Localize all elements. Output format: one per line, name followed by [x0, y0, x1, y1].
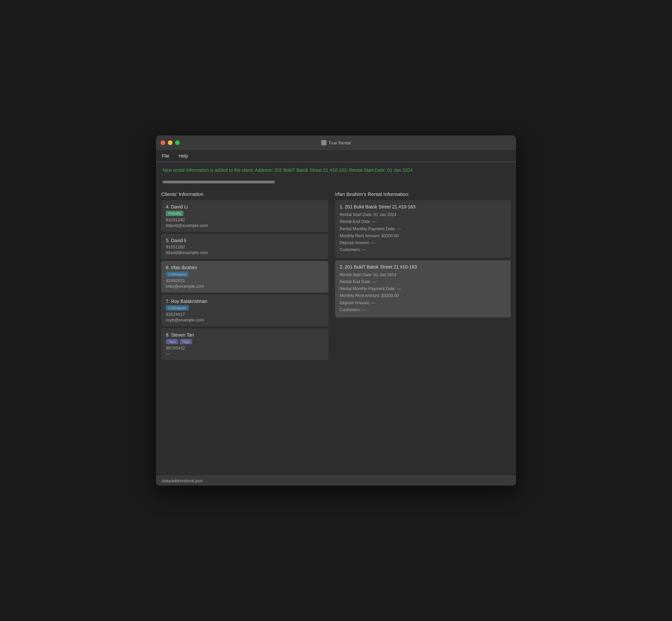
menu-help[interactable]: Help	[177, 152, 190, 160]
client-card-5[interactable]: 5. David li 91031282 lidavid@example.com	[161, 234, 328, 259]
client-phone-8: 98765432	[166, 345, 324, 350]
notification-text: New rental information is added to the c…	[163, 167, 509, 173]
client-email-7: royb@example.com	[166, 318, 324, 322]
rental-customers-2: Customers: —	[340, 306, 506, 314]
tag-colleagues-6: Colleagues	[166, 272, 189, 277]
rental-address-2: 2. 201 BukiT Batok Street 21 #10-163	[340, 264, 506, 270]
rental-payment-date-1: Rental Monthly Payment Date: —	[340, 225, 506, 233]
client-phone-6: 92492021	[166, 278, 324, 283]
rental-list: 1. 201 Bukit Batok Street 21 #10-163 Ren…	[335, 200, 511, 470]
traffic-lights	[161, 140, 180, 145]
tag-container-4: Friendly	[166, 211, 324, 216]
rental-end-1: Rental End Date: —	[340, 218, 506, 225]
rental-deposit-2: Deposit Amount: —	[340, 300, 506, 306]
client-name-6: 6. Irfan Ibrahim	[166, 265, 324, 270]
notification-bar: New rental information is added to the c…	[156, 162, 516, 178]
clients-panel-title: Clients' Information	[161, 191, 330, 197]
maximize-button[interactable]	[175, 140, 180, 145]
rental-monthly-rent-2: Monthly Rent Amount: $3200.00	[340, 292, 506, 299]
rental-panel-title: Irfan Ibrahim's Rental Information:	[335, 191, 511, 197]
title-bar: True Rental	[156, 135, 516, 150]
client-name-8: 8. Steven Tan	[166, 332, 324, 338]
client-phone-7: 92624417	[166, 312, 324, 317]
client-phone-5: 91031282	[166, 244, 324, 249]
client-card-8[interactable]: 8. Steven Tan Tag1 Tag2 98765432 —	[161, 328, 328, 360]
rental-customers-1: Customers: —	[340, 246, 506, 253]
tag-friendly-4: Friendly	[166, 211, 183, 216]
rental-card-1[interactable]: 1. 201 Bukit Batok Street 21 #10-163 Ren…	[335, 200, 511, 258]
main-content: Clients' Information 4. David Li Friendl…	[156, 187, 516, 475]
tag-container-7: Colleagues	[166, 305, 324, 310]
close-button[interactable]	[161, 140, 165, 145]
client-card-4[interactable]: 4. David Li Friendly 91031282 lidavid@ex…	[161, 200, 328, 232]
rental-start-1: Rental Start Date: 01 Jan 2024	[340, 211, 506, 218]
rental-start-2: Rental Start Date: 01 Jan 2024	[340, 272, 506, 279]
client-phone-4: 91031282	[166, 217, 324, 222]
tag-tag1-8: Tag1	[166, 339, 179, 344]
rental-deposit-1: Deposit Amount: —	[340, 240, 506, 246]
tag-container-6: Colleagues	[166, 272, 324, 277]
tag-tag2-8: Tag2	[180, 339, 192, 344]
menu-bar: File Help	[156, 150, 516, 162]
client-email-4: lidavid@example.com	[166, 223, 324, 228]
tag-colleagues-7: Colleagues	[166, 305, 189, 310]
rental-end-2: Rental End Date: —	[340, 279, 506, 285]
window-title: True Rental	[328, 140, 351, 146]
app-window: True Rental File Help New rental informa…	[156, 135, 516, 486]
client-card-6[interactable]: 6. Irfan Ibrahim Colleagues 92492021 irf…	[161, 261, 328, 293]
rental-address-1: 1. 201 Bukit Batok Street 21 #10-163	[340, 204, 506, 209]
menu-file[interactable]: File	[160, 152, 171, 160]
app-icon	[321, 140, 326, 146]
progress-area	[156, 178, 516, 187]
left-panel: Clients' Information 4. David Li Friendl…	[161, 191, 330, 470]
client-email-6: irfan@example.com	[166, 284, 324, 289]
rental-monthly-rent-1: Monthly Rent Amount: $3200.00	[340, 233, 506, 240]
client-name-7: 7. Roy Balakrishnan	[166, 299, 324, 304]
rental-card-2[interactable]: 2. 201 BukiT Batok Street 21 #10-163 Ren…	[335, 260, 511, 318]
progress-bar-background	[163, 181, 275, 183]
client-name-5: 5. David li	[166, 238, 324, 243]
client-email-5: lidavid@example.com	[166, 250, 324, 255]
tag-container-8: Tag1 Tag2	[166, 339, 324, 344]
rental-payment-date-2: Rental Monthly Payment Date: —	[340, 285, 506, 292]
minimize-button[interactable]	[168, 140, 172, 145]
status-text: ./data/addressbook.json	[161, 479, 202, 483]
status-bar: ./data/addressbook.json	[156, 475, 516, 486]
client-dash-8: —	[166, 351, 324, 356]
window-title-area: True Rental	[321, 140, 351, 146]
client-card-7[interactable]: 7. Roy Balakrishnan Colleagues 92624417 …	[161, 295, 328, 326]
client-name-4: 4. David Li	[166, 204, 324, 209]
progress-bar-fill	[163, 181, 275, 183]
clients-list: 4. David Li Friendly 91031282 lidavid@ex…	[161, 200, 330, 470]
right-panel: Irfan Ibrahim's Rental Information: 1. 2…	[335, 191, 511, 470]
